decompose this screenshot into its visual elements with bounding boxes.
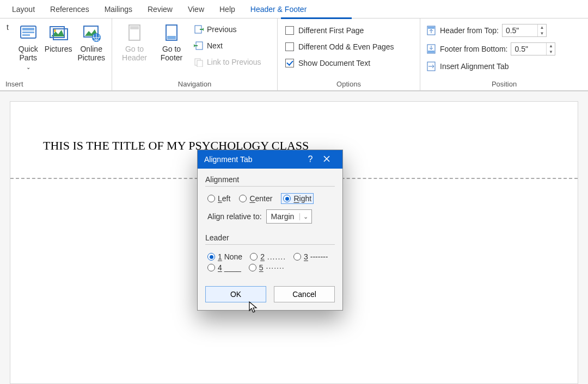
checkbox-label: Different Odd & Even Pages	[298, 42, 394, 51]
radio-label: 3 -------	[304, 252, 328, 261]
quick-parts-button[interactable]: Quick Parts ⌄	[16, 21, 40, 74]
radio-align-left[interactable]: Left	[207, 194, 230, 203]
alignment-tab-icon	[426, 61, 437, 72]
group-options: Different First Page Different Odd & Eve…	[278, 18, 420, 90]
radio-circle	[249, 264, 256, 271]
radio-leader-5-middots[interactable]: 5 ·······	[249, 263, 285, 272]
alignment-tab-dialog: Alignment Tab ? Alignment Left Center Ri…	[197, 150, 343, 311]
insert-alignment-tab-button[interactable]: Insert Alignment Tab	[426, 60, 509, 73]
spinner-arrows[interactable]: ▲▼	[537, 24, 546, 36]
radio-label: 1 None	[218, 252, 242, 261]
group-navigation-label: Navigation	[118, 80, 272, 89]
previous-button[interactable]: Previous	[192, 23, 264, 36]
tab-references[interactable]: References	[42, 2, 97, 17]
dialog-close-button[interactable]	[317, 155, 336, 164]
group-position-label: Position	[426, 80, 583, 89]
next-button[interactable]: Next	[192, 39, 264, 52]
radio-circle	[293, 253, 301, 261]
checkbox-box	[285, 26, 294, 35]
partial-button-label: t	[7, 23, 9, 32]
radio-align-right[interactable]: Right	[281, 193, 314, 204]
pictures-icon	[48, 23, 68, 42]
partial-button-left[interactable]: t	[5, 21, 13, 34]
checkbox-box	[285, 59, 294, 67]
tab-view[interactable]: View	[180, 2, 212, 17]
online-pictures-label: Online Pictures	[77, 45, 105, 62]
tab-layout[interactable]: Layout	[4, 2, 42, 17]
radio-leader-3-dashes[interactable]: 3 -------	[293, 252, 328, 261]
dialog-help-button[interactable]: ?	[303, 154, 317, 164]
next-icon	[194, 41, 204, 51]
dialog-titlebar[interactable]: Alignment Tab ?	[198, 150, 342, 169]
radio-leader-1-none[interactable]: 1 None	[207, 252, 242, 261]
checkbox-box	[285, 42, 294, 51]
svg-rect-16	[197, 60, 203, 67]
radio-leader-2-dots[interactable]: 2 .......	[250, 252, 286, 261]
ok-button[interactable]: OK	[205, 286, 266, 302]
goto-header-icon	[125, 23, 144, 42]
close-icon	[323, 155, 330, 163]
group-options-label: Options	[283, 80, 414, 89]
spinner-down-icon[interactable]: ▼	[547, 49, 555, 55]
pictures-button[interactable]: Pictures	[44, 21, 74, 55]
group-insert: t Quick Parts ⌄ Pictures Online Pictures…	[0, 18, 112, 90]
footer-from-bottom-spinner[interactable]: 0.5" ▲▼	[511, 42, 555, 55]
svg-rect-10	[130, 26, 139, 29]
radio-align-center[interactable]: Center	[239, 194, 272, 203]
radio-label: Left	[218, 194, 230, 203]
checkbox-label: Different First Page	[298, 26, 364, 35]
checkbox-show-document-text[interactable]: Show Document Text	[283, 57, 372, 70]
radio-label: 5 ·······	[259, 263, 285, 272]
online-pictures-icon	[82, 23, 101, 42]
spinner-arrows[interactable]: ▲▼	[546, 43, 555, 55]
tab-mailings[interactable]: Mailings	[97, 2, 140, 17]
goto-header-button: Go to Header	[118, 21, 151, 64]
quick-parts-icon	[19, 23, 38, 42]
spinner-down-icon[interactable]: ▼	[538, 30, 546, 36]
radio-circle	[207, 264, 215, 271]
previous-icon	[194, 24, 204, 34]
svg-rect-18	[428, 27, 434, 29]
svg-rect-1	[22, 28, 34, 30]
dropdown-value: Margin	[267, 212, 299, 221]
goto-footer-label: Go to Footer	[156, 45, 187, 62]
group-position: Header from Top: 0.5" ▲▼ Footer from Bot…	[420, 18, 588, 90]
radio-circle	[207, 195, 215, 202]
ribbon: t Quick Parts ⌄ Pictures Online Pictures…	[0, 18, 588, 91]
tab-help[interactable]: Help	[212, 2, 243, 17]
radio-circle	[207, 253, 215, 261]
goto-footer-button[interactable]: Go to Footer	[155, 21, 188, 64]
radio-leader-4-underline[interactable]: 4 ____	[207, 263, 241, 272]
goto-header-label: Go to Header	[119, 45, 150, 62]
pictures-label: Pictures	[45, 45, 72, 53]
header-from-top-spinner[interactable]: 0.5" ▲▼	[502, 24, 547, 37]
radio-label: Right	[293, 194, 311, 203]
svg-rect-12	[167, 36, 176, 39]
spinner-up-icon[interactable]: ▲	[538, 24, 546, 30]
tab-header-footer[interactable]: Header & Footer	[243, 2, 315, 17]
tab-review[interactable]: Review	[140, 2, 180, 17]
align-relative-dropdown[interactable]: Margin ⌄	[266, 209, 312, 224]
leader-section-label: Leader	[205, 233, 335, 242]
radio-label: Center	[249, 194, 272, 203]
group-navigation: Go to Header Go to Footer Previous Next …	[112, 18, 278, 90]
link-to-previous-button: Link to Previous	[192, 55, 264, 69]
footer-from-bottom-label: Footer from Bottom:	[440, 45, 507, 53]
goto-footer-icon	[162, 23, 181, 42]
header-from-top-label: Header from Top:	[440, 26, 499, 35]
previous-label: Previous	[207, 25, 236, 34]
link-to-previous-icon	[194, 57, 204, 67]
spinner-up-icon[interactable]: ▲	[547, 43, 555, 49]
cancel-button[interactable]: Cancel	[274, 286, 335, 302]
header-from-top-icon	[426, 25, 437, 36]
checkbox-different-first[interactable]: Different First Page	[283, 24, 366, 37]
checkbox-different-odd-even[interactable]: Different Odd & Even Pages	[283, 40, 396, 53]
svg-rect-3	[22, 34, 30, 36]
next-label: Next	[207, 41, 223, 50]
radio-label: 4 ____	[218, 263, 241, 272]
chevron-down-icon: ⌄	[299, 213, 311, 220]
radio-circle	[283, 195, 291, 202]
chevron-down-icon: ⌄	[26, 64, 30, 70]
online-pictures-button[interactable]: Online Pictures	[76, 21, 106, 64]
group-insert-label: Insert	[5, 80, 106, 89]
